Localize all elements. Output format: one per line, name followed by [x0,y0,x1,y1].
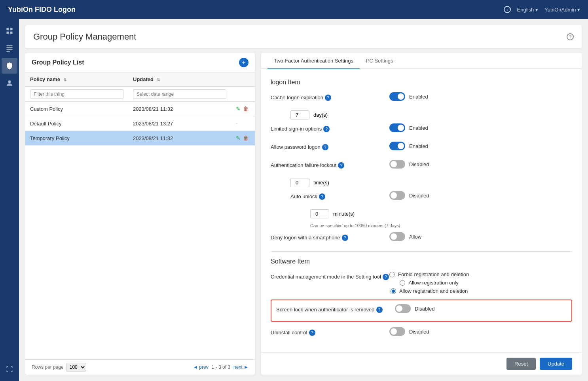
radio-forbid[interactable]: Forbid registration and deletion [389,271,469,277]
prev-page-link[interactable]: ◄ prev [193,364,209,370]
setting-screen-lock-label: Screen lock when authenticator is remove… [276,304,395,313]
app-title: YubiOn FIDO Logon [8,6,76,14]
setting-auth-failure-label: Authentication failure lockout ? [271,160,389,169]
settings-content: logon Item Cache logon expiration ? [261,69,582,353]
auth-failure-toggle[interactable] [389,160,405,169]
svg-rect-1 [10,28,13,30]
radio-allow-reg-input[interactable] [400,280,405,286]
setting-auth-failure: Authentication failure lockout ? Disable… [271,160,572,172]
sidebar-item-security[interactable] [2,58,17,74]
cache-logon-days-unit: day(s) [313,112,328,118]
setting-auto-unlock-control: Disabled [389,191,429,200]
tab-2fa[interactable]: Two-Factor Authentication Settings [267,53,360,69]
table-row-selected[interactable]: Temporary Policy 2023/08/21 11:32 ✎ 🗑 [25,131,255,146]
auth-failure-help-icon[interactable]: ? [338,162,344,169]
screen-lock-toggle[interactable] [395,304,411,313]
policy-table: Policy name ⇅ Updated ⇅ [25,72,255,359]
delete-policy-icon[interactable]: 🗑 [243,135,248,141]
credential-mgmt-help-icon[interactable]: ? [383,274,389,280]
panels-container: Group Policy List + Policy name ⇅ [25,53,582,375]
sidebar-item-dashboard[interactable] [2,23,17,39]
rows-per-page-select[interactable]: 100 50 25 [66,363,86,372]
update-button[interactable]: Update [540,358,572,370]
limited-signin-toggle[interactable] [389,123,405,132]
cache-logon-value: Enabled [409,94,428,100]
table-row[interactable]: Default Policy 2023/08/21 13:27 - [25,116,255,131]
col-updated[interactable]: Updated ⇅ [128,72,231,87]
auto-unlock-minutes-input[interactable] [310,209,329,218]
delete-policy-icon[interactable]: 🗑 [243,106,248,112]
setting-cache-logon: Cache logon expiration ? Enabled [271,92,572,105]
reset-button[interactable]: Reset [506,358,536,370]
uninstall-toggle[interactable] [389,327,405,336]
sort-updated[interactable]: ⇅ [157,78,160,82]
cache-logon-days-input[interactable] [290,110,309,119]
policy-footer: Rows per page 100 50 25 ◄ prev 1 - 3 of … [25,359,255,375]
top-navigation: YubiOn FIDO Logon i English ▾ YubiOnAdmi… [0,0,588,19]
setting-deny-smartphone-label: Deny logon with a smartphone ? [271,232,389,241]
deny-smartphone-value: Allow [409,234,421,240]
policy-name-cell: Custom Policy [25,102,128,116]
policy-list-title: Group Policy List [32,59,84,66]
screen-lock-value: Disabled [415,306,435,312]
setting-auto-unlock-label: Auto unlock ? [271,191,389,200]
policy-updated-cell: 2023/08/21 11:32 [128,102,231,116]
credential-mgmt-options: Forbid registration and deletion Allow r… [389,271,469,294]
setting-allow-password-control: Enabled [389,142,428,150]
col-policy-name[interactable]: Policy name ⇅ [25,72,128,87]
setting-limited-signin-control: Enabled [389,123,428,132]
row-actions: ✎ 🗑 [236,135,250,141]
radio-allow-all[interactable]: Allow registration and deletion [391,288,468,294]
edit-policy-icon[interactable]: ✎ [236,106,241,112]
auto-unlock-minutes-row: minute(s) [310,209,572,218]
user-menu[interactable]: YubiOnAdmin ▾ [544,7,580,13]
limited-signin-help-icon[interactable]: ? [323,126,330,132]
auto-unlock-help-icon[interactable]: ? [319,193,325,200]
setting-allow-password-label: Allow password logon ? [271,142,389,150]
auto-unlock-toggle[interactable] [389,191,405,200]
table-row[interactable]: Custom Policy 2023/08/21 11:32 ✎ 🗑 [25,102,255,116]
radio-forbid-input[interactable] [389,272,395,277]
setting-auto-unlock: Auto unlock ? Disabled [271,191,572,204]
date-range-filter[interactable] [133,89,226,99]
radio-allow-reg[interactable]: Allow registration only [400,280,458,286]
uninstall-help-icon[interactable]: ? [309,330,315,336]
setting-screen-lock-highlighted: Screen lock when authenticator is remove… [271,299,572,322]
next-page-link[interactable]: next ► [233,364,248,370]
sort-policy-name[interactable]: ⇅ [63,78,66,82]
radio-allow-all-input[interactable] [391,288,396,294]
screen-lock-help-icon[interactable]: ? [376,307,383,313]
setting-auth-failure-control: Disabled [389,160,429,169]
add-policy-button[interactable]: + [239,58,248,67]
allow-password-help-icon[interactable]: ? [322,144,328,150]
policy-name-filter[interactable] [30,89,123,99]
cache-logon-help-icon[interactable]: ? [325,95,331,101]
setting-deny-smartphone-control: Allow [389,232,421,241]
policy-updated-cell: 2023/08/21 11:32 [128,131,231,146]
allow-password-toggle[interactable] [389,142,405,150]
edit-policy-icon[interactable]: ✎ [236,135,241,141]
deny-smartphone-toggle[interactable] [389,232,405,241]
settings-panel: Two-Factor Authentication Settings PC Se… [261,53,582,375]
tab-pc[interactable]: PC Settings [360,53,400,69]
language-selector[interactable]: English ▾ [517,7,538,13]
col-actions [231,72,255,87]
sidebar-item-expand[interactable] [2,361,17,377]
svg-rect-0 [7,28,9,30]
auth-failure-times-input[interactable] [290,178,309,187]
deny-smartphone-help-icon[interactable]: ? [342,235,348,241]
setting-deny-smartphone: Deny logon with a smartphone ? Allow [271,232,572,245]
auto-unlock-minutes-unit: minute(s) [333,211,355,217]
section-divider [271,251,572,252]
policy-list-panel: Group Policy List + Policy name ⇅ [25,53,255,375]
sidebar-item-users[interactable] [2,75,17,91]
page-help-icon[interactable]: ? [567,33,574,40]
row-actions: ✎ 🗑 [236,106,250,112]
svg-point-8 [8,80,11,83]
cache-logon-toggle[interactable] [389,92,405,101]
content-area: Group Policy Management ? Group Policy L… [19,19,588,381]
sidebar-item-reports[interactable] [2,40,17,56]
svg-rect-7 [7,51,10,53]
auto-unlock-note: Can be specified up to 10080 minutes (7 … [310,223,400,228]
info-icon[interactable]: i [504,6,511,13]
